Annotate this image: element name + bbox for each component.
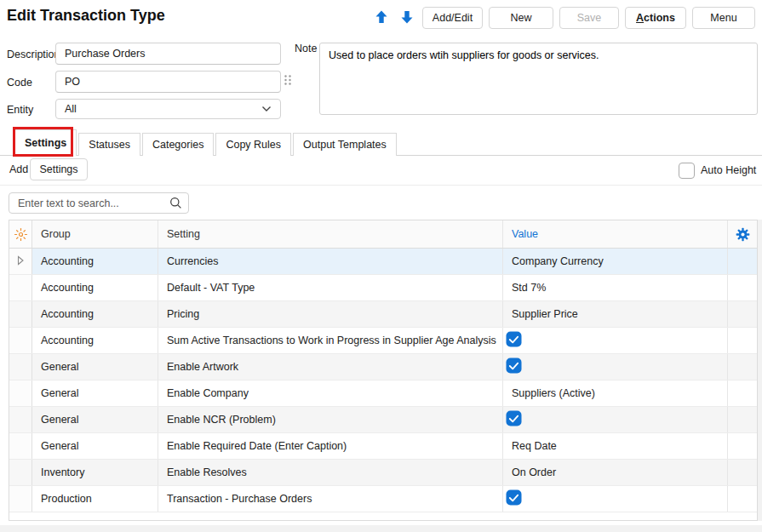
group-cell: Accounting bbox=[32, 301, 158, 327]
code-field[interactable] bbox=[55, 71, 281, 93]
actions-button[interactable]: Actions bbox=[625, 7, 686, 29]
arrow-up-icon bbox=[374, 9, 389, 27]
value-cell bbox=[503, 486, 728, 512]
value-cell[interactable]: Suppliers (Active) bbox=[503, 380, 728, 406]
column-header-setting[interactable]: Setting bbox=[158, 220, 503, 248]
table-row[interactable]: ProductionTransaction - Purchase Orders bbox=[9, 486, 757, 512]
row-indicator bbox=[9, 301, 32, 327]
column-header-group[interactable]: Group bbox=[32, 220, 158, 248]
value-cell bbox=[503, 407, 728, 432]
entity-select[interactable]: All bbox=[55, 99, 281, 119]
column-header-value[interactable]: Value bbox=[503, 220, 728, 248]
drag-handle-icon[interactable] bbox=[284, 74, 292, 89]
vertical-scrollbar[interactable] bbox=[758, 220, 762, 521]
value-cell[interactable]: Std 7% bbox=[503, 275, 728, 300]
note-field[interactable]: Used to place orders wtih suppliers for … bbox=[319, 43, 758, 115]
search-input[interactable] bbox=[9, 192, 189, 214]
tab-output-templates[interactable]: Output Templates bbox=[293, 133, 397, 156]
value-cell[interactable]: Company Currency bbox=[503, 249, 728, 274]
row-gear-cell bbox=[728, 407, 757, 432]
move-down-button[interactable] bbox=[397, 7, 416, 29]
menu-label: Menu bbox=[710, 12, 736, 24]
setting-cell: Enable Company bbox=[158, 380, 503, 406]
table-row[interactable]: GeneralEnable Required Date (Enter Capti… bbox=[9, 433, 757, 460]
save-button[interactable]: Save bbox=[559, 7, 619, 29]
table-row[interactable]: GeneralEnable CompanySuppliers (Active) bbox=[9, 380, 757, 407]
add-edit-label: Add/Edit bbox=[433, 12, 473, 24]
group-cell: Accounting bbox=[32, 328, 158, 353]
group-cell: Inventory bbox=[32, 460, 158, 485]
menu-button[interactable]: Menu bbox=[692, 7, 755, 29]
search-box bbox=[9, 192, 189, 214]
row-gear-cell bbox=[728, 433, 757, 459]
add-settings-button[interactable]: Settings bbox=[30, 158, 88, 180]
sun-icon[interactable] bbox=[9, 220, 32, 248]
value-cell[interactable]: Supplier Price bbox=[503, 301, 728, 327]
grid-body: AccountingCurrenciesCompany CurrencyAcco… bbox=[9, 249, 757, 512]
description-field[interactable] bbox=[55, 43, 281, 65]
table-row[interactable]: AccountingCurrenciesCompany Currency bbox=[9, 249, 757, 275]
move-up-button[interactable] bbox=[371, 7, 391, 29]
page-title: Edit Transaction Type bbox=[7, 7, 165, 25]
value-cell[interactable]: Req Date bbox=[503, 433, 728, 459]
table-row[interactable]: GeneralEnable Artwork bbox=[9, 354, 757, 380]
setting-cell: Currencies bbox=[158, 249, 503, 274]
row-focus-indicator[interactable] bbox=[9, 249, 32, 274]
tab-statuses[interactable]: Statuses bbox=[78, 133, 140, 156]
entity-label: Entity bbox=[7, 104, 33, 116]
description-label: Description bbox=[7, 49, 60, 60]
setting-cell: Pricing bbox=[158, 301, 503, 327]
row-indicator bbox=[9, 407, 32, 432]
value-checkbox[interactable] bbox=[503, 410, 522, 429]
panel-divider bbox=[0, 185, 762, 186]
horizontal-scrollbar[interactable] bbox=[0, 525, 762, 532]
tab-label: Categories bbox=[152, 139, 203, 151]
add-label: Add bbox=[9, 163, 28, 175]
value-checkbox[interactable] bbox=[503, 358, 522, 376]
row-indicator bbox=[9, 380, 32, 406]
table-row[interactable]: AccountingSum Active Transactions to Wor… bbox=[9, 328, 757, 354]
group-cell: General bbox=[32, 380, 158, 406]
row-gear-cell bbox=[728, 328, 757, 353]
value-cell bbox=[503, 328, 728, 353]
value-cell[interactable]: On Order bbox=[503, 460, 728, 485]
tab-settings[interactable]: Settings bbox=[14, 129, 77, 156]
auto-height-label: Auto Height bbox=[701, 164, 756, 176]
auto-height-checkbox[interactable] bbox=[679, 163, 695, 179]
tab-copy-rules[interactable]: Copy Rules bbox=[215, 133, 291, 156]
group-cell: Production bbox=[32, 486, 158, 512]
arrow-down-icon bbox=[399, 9, 415, 27]
tab-categories[interactable]: Categories bbox=[142, 133, 214, 156]
actions-label: Actions bbox=[636, 12, 675, 24]
add-edit-button[interactable]: Add/Edit bbox=[422, 7, 483, 29]
tab-label: Output Templates bbox=[303, 139, 387, 151]
row-gear-cell bbox=[728, 380, 757, 406]
table-row[interactable]: AccountingPricingSupplier Price bbox=[9, 301, 757, 328]
group-cell: Accounting bbox=[32, 249, 158, 274]
row-gear-cell bbox=[728, 354, 757, 380]
row-indicator bbox=[9, 275, 32, 300]
tab-label: Copy Rules bbox=[226, 139, 281, 151]
setting-cell: Default - VAT Type bbox=[158, 275, 503, 300]
expand-row-icon[interactable] bbox=[17, 255, 25, 268]
row-gear-cell bbox=[728, 460, 757, 485]
group-cell: Accounting bbox=[32, 275, 158, 300]
value-checkbox[interactable] bbox=[503, 489, 522, 508]
setting-cell: Enable Resolves bbox=[158, 460, 503, 485]
code-label: Code bbox=[7, 77, 32, 89]
tab-label: Statuses bbox=[89, 139, 130, 151]
new-button[interactable]: New bbox=[489, 7, 553, 29]
group-cell: General bbox=[32, 407, 158, 432]
add-settings-label: Settings bbox=[39, 163, 77, 175]
table-row[interactable]: GeneralEnable NCR (Problem) bbox=[9, 407, 757, 433]
gear-icon[interactable] bbox=[728, 220, 757, 248]
save-label: Save bbox=[577, 12, 602, 24]
value-checkbox[interactable] bbox=[503, 331, 522, 350]
tab-bar: SettingsStatusesCategoriesCopy RulesOutp… bbox=[14, 129, 398, 156]
table-row[interactable]: InventoryEnable ResolvesOn Order bbox=[9, 460, 757, 486]
table-row[interactable]: AccountingDefault - VAT TypeStd 7% bbox=[9, 275, 757, 301]
note-label: Note bbox=[295, 43, 317, 54]
search-icon[interactable] bbox=[169, 197, 182, 212]
row-gear-cell bbox=[728, 275, 757, 300]
value-cell bbox=[503, 354, 728, 380]
